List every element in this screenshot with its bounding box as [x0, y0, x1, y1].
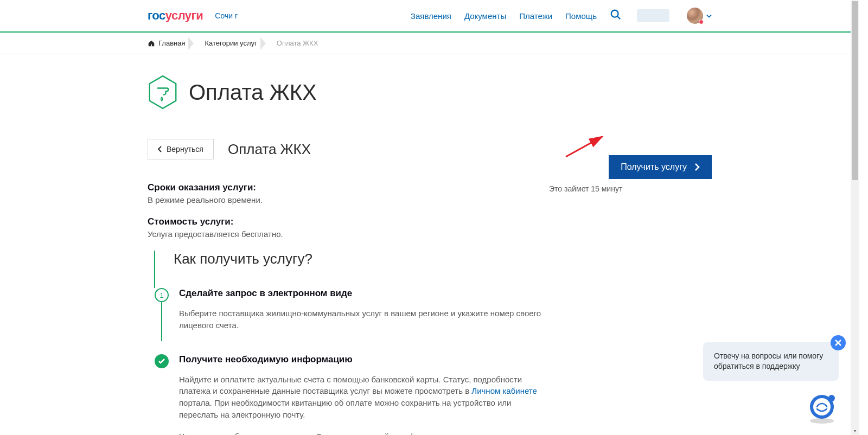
chevron-down-icon: [706, 13, 712, 18]
site-logo[interactable]: госуслуги: [148, 9, 203, 23]
step-1-marker: 1: [155, 288, 169, 302]
scrollbar-arrow-down[interactable]: ▾: [851, 426, 859, 435]
user-menu[interactable]: [687, 8, 712, 24]
page-title: Оплата ЖКХ: [189, 80, 317, 105]
avatar: [687, 8, 703, 24]
back-button-label: Вернуться: [167, 145, 203, 153]
step-1-title: Сделайте запрос в электронном виде: [179, 288, 549, 299]
chevron-left-icon: [158, 146, 162, 152]
svg-line-1: [617, 16, 621, 20]
chat-close-button[interactable]: [831, 335, 846, 350]
breadcrumb-categories-label: Категории услуг: [205, 39, 257, 47]
step-1-text: Выберите поставщика жилищно-коммунальных…: [179, 308, 549, 331]
logo-uslugi: услуги: [165, 9, 203, 22]
service-icon: [148, 75, 178, 110]
scrollbar-track[interactable]: ▾: [851, 0, 859, 435]
logo-gos: гос: [148, 9, 165, 22]
get-service-button[interactable]: Получить услугу: [609, 155, 712, 179]
cost-value: Услуга предоставляется бесплатно.: [148, 229, 549, 239]
nav-applications[interactable]: Заявления: [411, 11, 451, 21]
svg-marker-2: [150, 76, 176, 108]
search-icon[interactable]: [610, 9, 622, 23]
step-2-text2: Установите мобильное приложение Госуслуг…: [179, 431, 549, 436]
breadcrumb-home[interactable]: Главная: [148, 39, 193, 47]
header: госуслуги Сочи г Заявления Документы Пла…: [0, 0, 859, 31]
back-button[interactable]: Вернуться: [148, 139, 214, 159]
nav-documents[interactable]: Документы: [464, 11, 506, 21]
top-nav: Заявления Документы Платежи Помощь: [411, 8, 712, 24]
step-2-text-part2: портала. При необходимости квитанцию об …: [179, 398, 512, 419]
nav-payments[interactable]: Платежи: [519, 11, 552, 21]
service-subtitle: Оплата ЖКХ: [228, 139, 311, 158]
get-service-button-label: Получить услугу: [621, 162, 687, 172]
chat-bubble: Отвечу на вопросы или помогу обратиться …: [703, 342, 839, 381]
svg-point-8: [813, 398, 831, 415]
action-note: Это займет 15 минут: [549, 184, 712, 193]
step-2-marker: [155, 354, 169, 368]
breadcrumb: Главная Категории услуг Оплата ЖКХ: [0, 33, 859, 54]
close-icon: [835, 340, 841, 346]
breadcrumb-current: Оплата ЖКХ: [265, 39, 326, 47]
chat-mascot[interactable]: [805, 391, 839, 424]
check-icon: [158, 359, 165, 364]
region-selector[interactable]: Сочи г: [215, 11, 238, 20]
step-2-text-part1: Найдите и оплатите актуальные счета с по…: [179, 375, 522, 396]
svg-point-0: [611, 10, 618, 17]
home-icon: [148, 40, 155, 47]
step-2-text: Найдите и оплатите актуальные счета с по…: [179, 374, 549, 421]
notification-dot: [699, 20, 704, 24]
breadcrumb-home-label: Главная: [158, 39, 185, 47]
svg-point-9: [828, 395, 835, 401]
scrollbar-thumb[interactable]: [852, 1, 858, 180]
steps-title: Как получить услугу?: [174, 251, 549, 267]
user-name-placeholder: [637, 9, 669, 22]
chat-text: Отвечу на вопросы или помогу обратиться …: [714, 351, 823, 371]
timing-value: В режиме реального времени.: [148, 195, 549, 204]
breadcrumb-categories[interactable]: Категории услуг: [193, 39, 264, 47]
step-2-title: Получите необходимую информацию: [179, 354, 549, 365]
breadcrumb-current-label: Оплата ЖКХ: [277, 39, 318, 47]
nav-help[interactable]: Помощь: [565, 11, 597, 21]
step-1: 1 Сделайте запрос в электронном виде Выб…: [154, 288, 549, 354]
chevron-right-icon: [694, 163, 700, 171]
personal-cabinet-link[interactable]: Личном кабинете: [471, 386, 537, 395]
main-content: Оплата ЖКХ Вернуться Оплата ЖКХ Сроки ок…: [148, 54, 712, 435]
cost-label: Стоимость услуги:: [148, 216, 549, 227]
timing-label: Сроки оказания услуги:: [148, 182, 549, 193]
step-2: Получите необходимую информацию Найдите …: [154, 354, 549, 436]
svg-point-6: [810, 418, 834, 424]
